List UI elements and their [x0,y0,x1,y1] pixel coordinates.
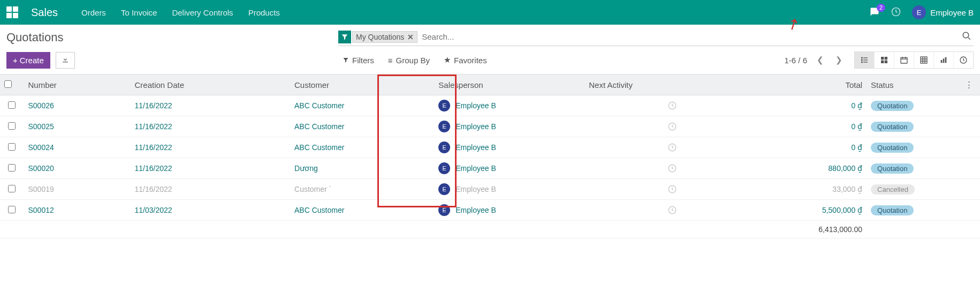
search-facet: My Quotations ✕ [352,31,417,43]
salesperson-name: Employee B [455,206,496,214]
status-badge: Quotation [871,205,914,215]
user-menu[interactable]: E Employee B [912,5,974,19]
create-label: Create [20,56,44,65]
view-calendar[interactable] [894,52,914,68]
salesperson-cell[interactable]: EEmployee B [438,162,580,174]
table-row[interactable]: S00012 11/03/2022 ABC Customer EEmployee… [0,200,980,221]
row-checkbox[interactable] [8,143,16,151]
svg-rect-14 [941,60,943,63]
table-header-row: Number Creation Date Customer Salesperso… [0,75,980,95]
nav-delivery-controls[interactable]: Delivery Controls [172,8,233,17]
svg-rect-9 [885,57,887,59]
creation-date: 11/16/2022 [135,122,172,131]
salesperson-avatar: E [438,204,450,216]
chat-badge: 2 [877,4,885,12]
row-checkbox[interactable] [8,122,16,130]
header-activity[interactable]: Next Activity [584,75,760,95]
favorites-dropdown[interactable]: ★ Favorites [444,55,487,65]
order-number[interactable]: S00012 [28,206,54,214]
activity-icon[interactable] [589,143,756,152]
salesperson-cell[interactable]: EEmployee B [438,183,580,195]
header-options[interactable]: ⋮ [961,75,980,95]
nav-orders[interactable]: Orders [81,8,106,17]
row-checkbox[interactable] [8,185,16,192]
header-date[interactable]: Creation Date [131,75,291,95]
activities-icon[interactable] [891,6,901,19]
view-kanban[interactable] [874,52,894,68]
order-number[interactable]: S00024 [28,143,54,152]
import-button[interactable] [56,52,75,69]
svg-rect-12 [901,57,907,63]
status-badge: Quotation [871,122,914,132]
customer-name[interactable]: ABC Customer [294,101,344,110]
activity-icon[interactable] [589,184,756,194]
svg-rect-7 [863,62,868,62]
select-all-checkbox[interactable] [4,80,12,88]
header-customer[interactable]: Customer [290,75,434,95]
customer-name[interactable]: Customer ` [294,185,331,193]
svg-rect-4 [861,59,863,61]
activity-icon[interactable] [589,205,756,215]
table-row[interactable]: S00019 11/16/2022 Customer ` EEmployee B… [0,179,980,200]
view-graph[interactable] [933,52,953,68]
groupby-dropdown[interactable]: ≡ Group By [388,56,430,65]
pager-prev[interactable]: ❮ [815,53,826,67]
salesperson-name: Employee B [455,101,496,110]
total-amount: 0 ₫ [851,101,862,110]
row-checkbox[interactable] [8,206,16,213]
order-number[interactable]: S00019 [28,185,54,193]
customer-name[interactable]: ABC Customer [294,122,344,131]
activity-icon[interactable] [589,122,756,131]
salesperson-avatar: E [438,121,450,132]
view-list[interactable] [855,52,874,68]
order-number[interactable]: S00026 [28,101,54,110]
customer-name[interactable]: ABC Customer [294,143,344,152]
favorites-label: Favorites [454,56,487,65]
row-checkbox[interactable] [8,101,16,109]
table-row[interactable]: S00020 11/16/2022 Dương EEmployee B 880,… [0,158,980,179]
facet-remove[interactable]: ✕ [407,33,414,41]
filters-dropdown[interactable]: Filters [343,56,374,65]
activity-icon[interactable] [589,163,756,173]
salesperson-cell[interactable]: EEmployee B [438,142,580,153]
search-bar[interactable]: My Quotations ✕ [338,29,974,46]
header-total[interactable]: Total [760,75,867,95]
messaging-icon[interactable]: 2 [869,7,880,18]
status-badge: Quotation [871,143,914,153]
activity-icon[interactable] [589,101,756,110]
view-pivot[interactable] [914,52,933,68]
header-salesperson[interactable]: Salesperson [434,75,584,95]
header-number[interactable]: Number [24,75,130,95]
view-activity[interactable] [953,52,973,68]
nav-menu: Orders To Invoice Delivery Controls Prod… [81,8,280,17]
svg-rect-11 [885,61,887,63]
nav-to-invoice[interactable]: To Invoice [121,8,157,17]
table-row[interactable]: S00024 11/16/2022 ABC Customer EEmployee… [0,137,980,158]
pager-value[interactable]: 1-6 / 6 [784,56,807,65]
apps-icon[interactable] [6,6,18,18]
app-name[interactable]: Sales [31,6,58,19]
order-number[interactable]: S00020 [28,164,54,173]
customer-name[interactable]: ABC Customer [294,206,344,214]
salesperson-cell[interactable]: EEmployee B [438,100,580,111]
search-input[interactable] [417,30,960,43]
salesperson-name: Employee B [455,185,496,193]
row-checkbox[interactable] [8,164,16,172]
creation-date: 11/16/2022 [135,164,172,173]
salesperson-cell[interactable]: EEmployee B [438,204,580,216]
status-badge: Cancelled [871,184,915,195]
create-button[interactable]: + Create [6,52,50,69]
table-row[interactable]: S00025 11/16/2022 ABC Customer EEmployee… [0,116,980,137]
pager-next[interactable]: ❯ [833,53,845,67]
table-row[interactable]: S00026 11/16/2022 ABC Customer EEmployee… [0,95,980,116]
order-number[interactable]: S00025 [28,122,54,131]
creation-date: 11/03/2022 [135,206,172,214]
header-status[interactable]: Status [867,75,961,95]
search-icon[interactable] [960,29,974,44]
salesperson-cell[interactable]: EEmployee B [438,121,580,132]
creation-date: 11/16/2022 [135,143,172,152]
customer-name[interactable]: Dương [294,164,318,173]
creation-date: 11/16/2022 [135,101,172,110]
svg-rect-10 [881,61,884,63]
nav-products[interactable]: Products [248,8,280,17]
